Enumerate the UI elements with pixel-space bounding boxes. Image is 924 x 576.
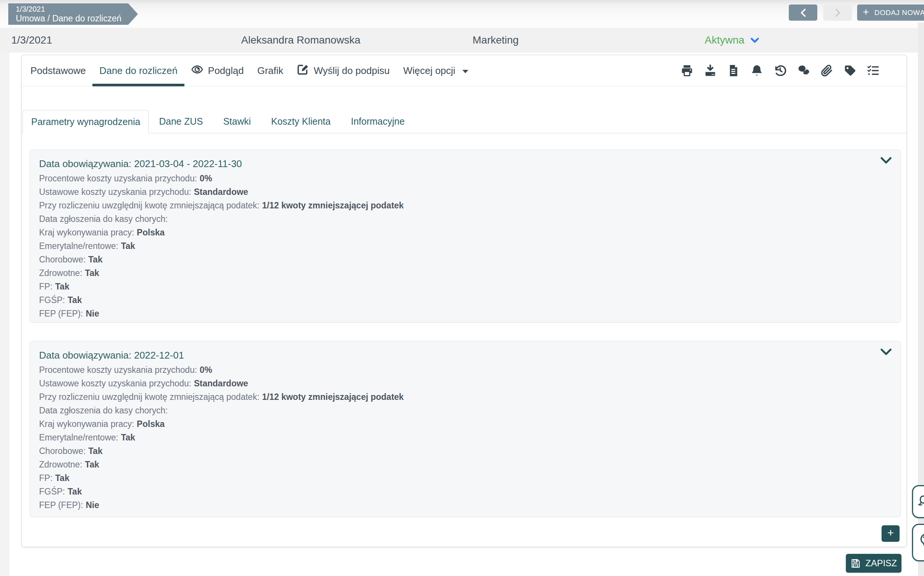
download-button[interactable] (703, 64, 717, 77)
row-label: Chorobowe: (39, 446, 86, 456)
tag-icon (843, 64, 857, 77)
tab-label: Więcej opcji (403, 65, 455, 77)
print-button[interactable] (680, 64, 694, 77)
row-label: Kraj wykonywania pracy: (39, 227, 134, 237)
add-period-button[interactable]: + (882, 525, 900, 542)
row-label: Data zgłoszenia do kasy chorych: (39, 214, 168, 224)
attachment-button[interactable] (820, 64, 833, 77)
row-value: Tak (67, 295, 82, 305)
tab-label: Wyślij do podpisu (314, 65, 389, 77)
sub-tab-bar: Parametry wynagrodzenia Dane ZUS Stawki … (22, 110, 906, 133)
caret-down-icon (462, 70, 468, 73)
tags-button[interactable] (843, 64, 857, 77)
row-label: FEP (FEP): (39, 500, 83, 510)
chevron-down-icon (880, 348, 892, 357)
panel-row: Chorobowe:Tak (39, 253, 891, 266)
row-label: Ustawowe koszty uzyskania przychodu: (39, 187, 191, 197)
checklist-button[interactable] (866, 64, 880, 77)
page: 1/3/2021 Umowa / Dane do rozliczeń + DOD… (0, 0, 924, 576)
history-button[interactable] (773, 64, 787, 77)
panel-row: Procentowe koszty uzyskania przychodu:0% (39, 171, 891, 185)
row-value: Nie (86, 500, 99, 510)
subtab-koszty-klienta[interactable]: Koszty Klienta (261, 110, 341, 133)
subtab-dane-zus[interactable]: Dane ZUS (149, 110, 213, 133)
help-tips-button[interactable] (912, 524, 924, 562)
record-header: 1/3/2021 Aleksandra Romanowska Marketing… (0, 28, 924, 53)
row-value: Polska (137, 419, 165, 429)
subtab-parametry-wynagrodzenia[interactable]: Parametry wynagrodzenia (22, 110, 149, 133)
document-button[interactable] (727, 64, 740, 77)
row-label: Przy rozliczeniu uwzględnij kwotę zmniej… (39, 392, 259, 402)
row-label: Data zgłoszenia do kasy chorych: (39, 406, 168, 415)
row-value: Tak (88, 254, 102, 264)
notifications-button[interactable] (750, 64, 764, 77)
checklist-icon (866, 64, 880, 77)
subtab-stawki[interactable]: Stawki (213, 110, 261, 133)
tab-dane-do-rozliczen[interactable]: Dane do rozliczeń (92, 55, 184, 86)
row-label: FGŚP: (39, 486, 65, 496)
add-new-button[interactable]: + DODAJ NOWĄ (857, 5, 924, 21)
row-label: Przy rozliczeniu uwzględnij kwotę zmniej… (39, 200, 259, 210)
row-value: Polska (137, 227, 165, 237)
panel-row: Chorobowe:Tak (39, 444, 891, 458)
next-record-button[interactable] (823, 5, 852, 21)
row-label: Emerytalne/rentowe: (39, 432, 119, 442)
panel-row: Przy rozliczeniu uwzględnij kwotę zmniej… (39, 198, 891, 212)
previous-record-button[interactable] (789, 5, 817, 21)
comments-button[interactable] (797, 64, 810, 77)
row-value: 0% (200, 173, 212, 183)
panel-row: FP:Tak (39, 280, 891, 293)
panel-row: FP:Tak (39, 471, 891, 485)
subtab-label: Informacyjne (351, 116, 405, 127)
row-value: Tak (55, 473, 69, 483)
panel-row: FEP (FEP):Nie (39, 498, 891, 512)
document-icon (727, 64, 740, 77)
panel-row: Procentowe koszty uzyskania przychodu:0% (39, 363, 891, 377)
tab-podglad[interactable]: Podgląd (184, 55, 251, 86)
chevron-down-icon (751, 34, 759, 46)
tab-grafik[interactable]: Grafik (251, 55, 290, 86)
row-label: Zdrowotne: (39, 268, 82, 278)
tab-label: Podgląd (208, 65, 244, 77)
settlement-period-panel: Data obowiązywania: 2021-03-04 - 2022-11… (30, 149, 901, 323)
breadcrumb-path: Umowa / Dane do rozliczeń (16, 13, 121, 23)
row-label: FGŚP: (39, 295, 65, 305)
feedback-chat-button[interactable] (912, 485, 924, 518)
subtab-label: Parametry wynagrodzenia (31, 117, 140, 127)
panel-row: Ustawowe koszty uzyskania przychodu:Stan… (39, 377, 891, 390)
row-value: Standardowe (194, 187, 248, 197)
row-value: Tak (85, 268, 99, 278)
bell-icon (750, 64, 764, 77)
panel-row: Zdrowotne:Tak (39, 266, 891, 280)
panel-row: Przy rozliczeniu uwzględnij kwotę zmniej… (39, 390, 891, 404)
record-person-name: Aleksandra Romanowska (241, 28, 360, 53)
save-button[interactable]: ZAPISZ (846, 554, 902, 573)
tab-label: Podstawowe (30, 65, 86, 77)
card-action-icons (680, 55, 880, 86)
save-label: ZAPISZ (865, 558, 897, 568)
tab-label: Dane do rozliczeń (99, 65, 177, 77)
status-dropdown[interactable]: Aktywna (705, 28, 759, 53)
panel-row: Kraj wykonywania pracy:Polska (39, 226, 891, 239)
tab-wiecej-opcji[interactable]: Więcej opcji (396, 55, 475, 86)
row-label: Emerytalne/rentowe: (39, 241, 119, 251)
tab-podstawowe[interactable]: Podstawowe (24, 55, 92, 86)
printer-icon (680, 64, 694, 77)
main-tab-bar: Podstawowe Dane do rozliczeń Podgląd Gra… (22, 55, 906, 86)
row-value: 1/12 kwoty zmniejszającej podatek (262, 392, 404, 402)
panel-row: FGŚP:Tak (39, 293, 891, 307)
panel-row: FGŚP:Tak (39, 485, 891, 498)
collapse-panel-button[interactable] (879, 346, 893, 359)
collapse-panel-button[interactable] (879, 154, 893, 168)
tab-wyslij-do-podpisu[interactable]: Wyślij do podpisu (290, 55, 396, 86)
plus-icon: + (863, 7, 869, 17)
row-value: Standardowe (194, 379, 248, 388)
subtab-informacyjne[interactable]: Informacyjne (341, 110, 415, 133)
lightbulb-icon (918, 532, 924, 553)
panel-header: Data obowiązywania: 2021-03-04 - 2022-11… (39, 156, 891, 171)
panel-row: FEP (FEP):Nie (39, 307, 891, 320)
row-label: Ustawowe koszty uzyskania przychodu: (39, 379, 191, 388)
chat-bubble-icon (918, 493, 924, 510)
row-value: Tak (67, 486, 82, 496)
floppy-disk-icon (850, 558, 860, 568)
